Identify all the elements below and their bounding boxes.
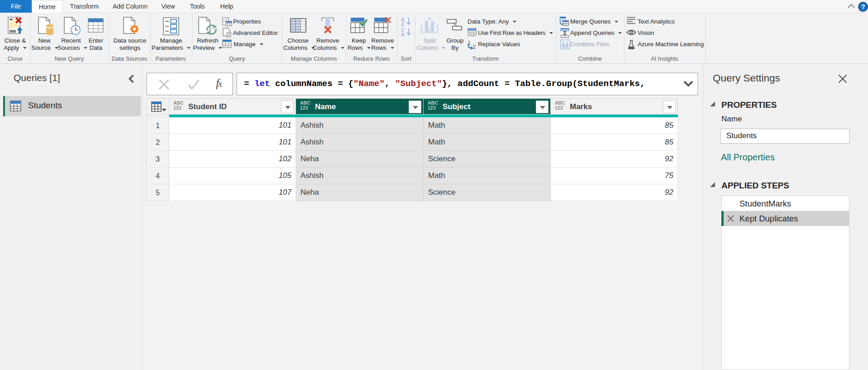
svg-text:?: ? [861,3,865,10]
svg-text:A: A [401,32,405,37]
svg-text:Z: Z [401,21,404,27]
